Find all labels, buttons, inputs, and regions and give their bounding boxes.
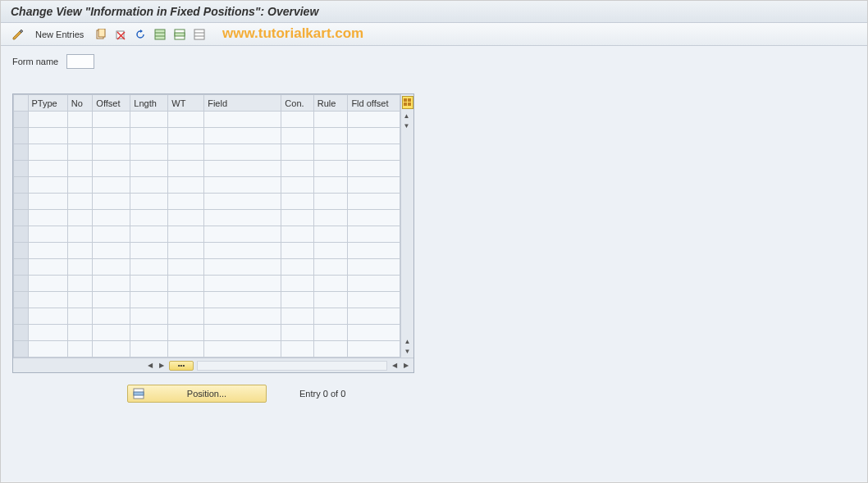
scroll-up-icon[interactable]: ▲ <box>402 111 412 121</box>
hscroll-thumb[interactable]: ••• <box>169 361 194 371</box>
page-title: Change View "Information in Fixed Positi… <box>1 1 867 23</box>
scroll-left2-icon[interactable]: ◀ <box>389 360 400 371</box>
row-selector[interactable] <box>14 243 29 259</box>
deselect-all-icon[interactable] <box>192 27 207 42</box>
table-row <box>14 194 400 210</box>
col-field[interactable]: Field <box>204 95 281 112</box>
form-name-input[interactable] <box>66 54 94 69</box>
col-offset[interactable]: Offset <box>93 95 130 112</box>
table-row <box>14 161 400 177</box>
data-table: PType No Offset Lngth WT Field Con. Rule… <box>12 93 414 373</box>
form-row: Form name <box>12 54 856 69</box>
svg-rect-13 <box>404 98 407 102</box>
table-row <box>14 226 400 243</box>
scroll-up2-icon[interactable]: ▼ <box>402 121 412 130</box>
svg-rect-18 <box>134 392 144 395</box>
select-block-icon[interactable] <box>172 27 187 42</box>
row-selector[interactable] <box>14 325 29 341</box>
scroll-down2-icon[interactable]: ▲ <box>403 336 413 346</box>
table-row <box>14 259 400 276</box>
svg-rect-10 <box>194 30 204 39</box>
table-settings-icon[interactable] <box>402 96 413 109</box>
scroll-down-icon[interactable]: ▼ <box>403 346 413 356</box>
content-area: Form name PType No Offset Lngth WT Field… <box>1 46 867 481</box>
svg-rect-1 <box>98 29 105 37</box>
horizontal-scrollbar[interactable]: ◀ ▶ ••• ◀ ▶ <box>13 358 413 372</box>
scroll-left-icon[interactable]: ◀ <box>144 360 156 371</box>
position-label: Position... <box>153 389 261 399</box>
table-row <box>14 308 400 325</box>
table-row <box>14 144 400 161</box>
row-selector[interactable] <box>14 177 29 194</box>
table-row <box>14 210 400 226</box>
col-con[interactable]: Con. <box>281 95 313 112</box>
row-selector[interactable] <box>14 112 29 128</box>
form-name-label: Form name <box>12 57 58 66</box>
svg-rect-16 <box>408 103 411 106</box>
position-button[interactable]: Position... <box>127 385 267 403</box>
position-icon <box>133 388 144 399</box>
scroll-right-icon[interactable]: ▶ <box>156 360 167 371</box>
table-row <box>14 243 400 259</box>
col-rule[interactable]: Rule <box>313 95 348 112</box>
copy-icon[interactable] <box>94 27 108 42</box>
table-row <box>14 325 400 341</box>
grid: PType No Offset Lngth WT Field Con. Rule… <box>13 94 400 358</box>
col-lngth[interactable]: Lngth <box>130 95 168 112</box>
row-selector[interactable] <box>14 128 29 144</box>
svg-rect-5 <box>155 30 165 39</box>
svg-rect-15 <box>404 103 407 106</box>
toolbar: New Entries www.tutorialkart.com <box>1 23 867 46</box>
table-row <box>14 128 400 144</box>
row-selector[interactable] <box>14 210 29 226</box>
row-selector[interactable] <box>14 226 29 243</box>
hscroll-track[interactable] <box>197 361 387 371</box>
col-wt[interactable]: WT <box>168 95 204 112</box>
new-entries-button[interactable]: New Entries <box>30 28 89 41</box>
bottom-row: Position... Entry 0 of 0 <box>12 385 856 403</box>
col-fld-offset[interactable]: Fld offset <box>348 95 400 112</box>
row-selector[interactable] <box>14 308 29 325</box>
row-selector[interactable] <box>14 194 29 210</box>
svg-rect-14 <box>408 98 411 102</box>
table-row <box>14 292 400 308</box>
col-no[interactable]: No <box>67 95 93 112</box>
watermark-text: www.tutorialkart.com <box>222 25 363 42</box>
toggle-display-change-icon[interactable] <box>11 27 25 42</box>
undo-icon[interactable] <box>133 27 148 42</box>
table-row <box>14 276 400 292</box>
svg-rect-9 <box>175 33 185 36</box>
row-selector[interactable] <box>14 276 29 292</box>
scroll-right2-icon[interactable]: ▶ <box>400 360 412 371</box>
row-selector[interactable] <box>14 341 29 358</box>
row-selector[interactable] <box>14 259 29 276</box>
row-selector[interactable] <box>14 292 29 308</box>
vertical-scrollbar[interactable]: ▲ ▼ ▲ ▼ <box>400 94 413 358</box>
table-row <box>14 112 400 128</box>
row-selector[interactable] <box>14 161 29 177</box>
col-ptype[interactable]: PType <box>28 95 67 112</box>
row-selector[interactable] <box>14 144 29 161</box>
table-body <box>14 112 400 358</box>
table-row <box>14 177 400 194</box>
row-selector-header[interactable] <box>14 95 29 112</box>
table-row <box>14 341 400 358</box>
delete-icon[interactable] <box>113 27 128 42</box>
entry-status: Entry 0 of 0 <box>299 389 345 399</box>
select-all-icon[interactable] <box>153 27 167 42</box>
